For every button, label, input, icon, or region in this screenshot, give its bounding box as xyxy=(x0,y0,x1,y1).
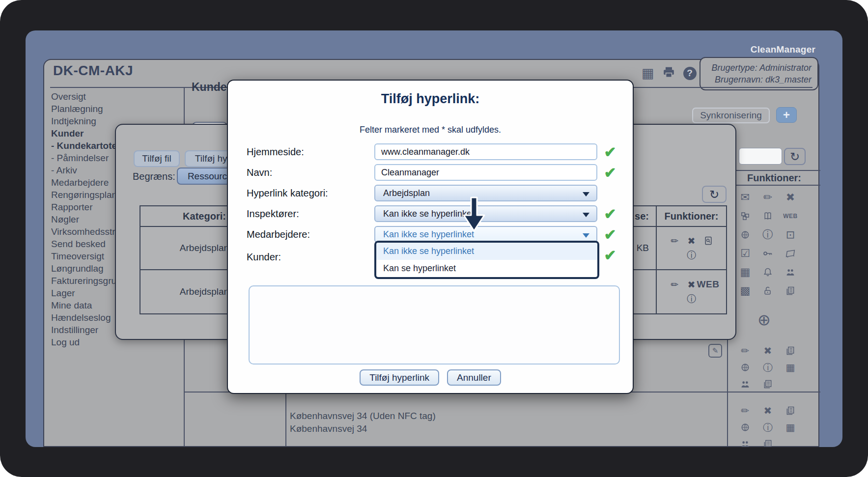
refresh-icon[interactable]: ↻ xyxy=(784,148,806,165)
valid-check-icon: ✔ xyxy=(601,205,619,222)
funktioner-cell: ✏✖ⓘ xyxy=(657,227,726,269)
sidebar-item[interactable]: Oversigt xyxy=(51,90,183,103)
marker-icon[interactable]: ✏ xyxy=(756,189,779,206)
documents-icon[interactable] xyxy=(756,436,779,447)
documents-icon[interactable] xyxy=(779,282,802,300)
blueprint-icon[interactable] xyxy=(779,245,802,262)
field-label-hjemmeside: Hjemmeside: xyxy=(247,143,304,160)
users-icon[interactable] xyxy=(734,436,756,447)
edit-box-icon[interactable]: ✎ xyxy=(708,344,722,358)
sync-button[interactable]: Synkronisering xyxy=(692,108,770,123)
chevron-down-icon xyxy=(583,233,589,238)
field-label-medarbejdere: Medarbejdere: xyxy=(247,226,310,243)
dropdown-option[interactable]: Kan se hyperlinket xyxy=(376,260,597,277)
info-icon[interactable]: ⓘ xyxy=(756,420,779,435)
clipboard-check-icon[interactable]: ☑ xyxy=(734,245,756,262)
user-name: Brugernavn: dk3_master xyxy=(706,74,812,85)
delete-icon[interactable]: ✖ xyxy=(756,403,779,419)
cubes-icon[interactable] xyxy=(734,207,756,225)
add-file-button[interactable]: Tilføj fil xyxy=(134,150,180,167)
address-line-1: Københavnsvej 34 (Uden NFC tag) xyxy=(290,410,436,422)
plus-circle-icon[interactable]: ⊕ xyxy=(757,310,771,329)
info-icon[interactable]: ⓘ xyxy=(756,226,779,244)
documents-icon[interactable] xyxy=(779,343,802,359)
unlock-icon[interactable] xyxy=(756,282,779,300)
web-icon[interactable]: WEB xyxy=(700,278,717,291)
marker-icon[interactable]: ✏ xyxy=(667,234,683,248)
cursor-arrow-icon xyxy=(462,196,486,232)
grid-icon[interactable]: ▦ xyxy=(734,263,756,281)
field-label-inspektorer: Inspektører: xyxy=(247,205,299,222)
funktioner-column-divider xyxy=(727,340,728,446)
add-button[interactable]: + xyxy=(776,107,797,123)
dropdown-option-selected[interactable]: Kan ikke se hyperlinket xyxy=(376,243,597,260)
medarbejdere-dropdown-list: Kan ikke se hyperlinket Kan se hyperlink… xyxy=(374,241,599,279)
valid-check-icon: ✔ xyxy=(601,226,619,243)
funktioner-column-header: Funktioner: xyxy=(728,170,820,186)
column-header-funktioner: Funktioner: xyxy=(657,206,726,226)
page-background: CleanManager DK-CM-AKJ ▦ ? Brugertype: A… xyxy=(26,30,842,447)
app-frame: CleanManager DK-CM-AKJ ▦ ? Brugertype: A… xyxy=(0,0,868,477)
users-icon[interactable] xyxy=(779,263,802,281)
edit-square-icon[interactable]: ⊡ xyxy=(779,226,802,244)
row-function-icons: ✏✖ⓘ▦ xyxy=(734,403,802,447)
valid-check-icon: ✔ xyxy=(601,143,619,160)
doc-search-icon[interactable] xyxy=(700,234,717,248)
key-icon[interactable] xyxy=(756,245,779,262)
field-label-navn: Navn: xyxy=(247,164,272,181)
info-icon[interactable]: ⓘ xyxy=(683,292,700,306)
list-search-input[interactable] xyxy=(739,148,782,165)
comment-textarea[interactable] xyxy=(249,285,620,365)
refresh-icon[interactable]: ↻ xyxy=(702,186,727,203)
marker-icon[interactable]: ✏ xyxy=(734,343,756,359)
sidebar-item[interactable]: Planlægning xyxy=(51,103,183,115)
field-label-kunder: Kunder: xyxy=(247,249,281,265)
modal-button-row: Tilføj hyperlink Annuller xyxy=(228,369,633,386)
bell-icon[interactable] xyxy=(756,263,779,281)
globe-icon[interactable] xyxy=(734,226,756,244)
modal-title: Tilføj hyperlink: xyxy=(228,91,633,107)
web-icon[interactable]: WEB xyxy=(779,207,802,225)
help-icon[interactable]: ? xyxy=(683,67,697,80)
marker-icon[interactable]: ✏ xyxy=(667,278,683,291)
submit-button[interactable]: Tilføj hyperlink xyxy=(360,369,439,386)
marker-icon[interactable]: ✏ xyxy=(734,403,756,419)
navn-input[interactable]: Cleanmanager xyxy=(374,164,597,181)
page-title: Kunde xyxy=(192,81,227,94)
workspace-title: DK-CM-AKJ xyxy=(53,63,133,79)
globe-icon[interactable] xyxy=(734,420,756,435)
delete-icon[interactable]: ✖ xyxy=(779,189,802,206)
hjemmeside-input[interactable]: www.cleanmanager.dk xyxy=(374,143,597,160)
grid-icon[interactable]: ▦ xyxy=(779,360,802,375)
user-type: Brugertype: Administrator xyxy=(706,62,812,74)
info-icon[interactable]: ⓘ xyxy=(683,249,700,262)
brand-logo: CleanManager xyxy=(751,44,815,55)
grid-icon[interactable]: ▦ xyxy=(779,420,802,435)
delete-icon[interactable]: ✖ xyxy=(683,234,700,248)
user-info-box: Brugertype: Administrator Brugernavn: dk… xyxy=(700,57,818,90)
qr-icon[interactable]: ▩ xyxy=(734,282,756,300)
printer-icon[interactable] xyxy=(662,66,675,81)
book-icon[interactable] xyxy=(756,207,779,225)
valid-check-icon: ✔ xyxy=(601,164,619,181)
globe-icon[interactable] xyxy=(734,360,756,375)
documents-icon[interactable] xyxy=(756,376,779,392)
users-icon[interactable] xyxy=(734,376,756,392)
documents-icon[interactable] xyxy=(779,403,802,419)
function-icon-grid: ✉✏✖WEBⓘ⊡☑▦▩ xyxy=(734,189,802,300)
chevron-down-icon xyxy=(583,192,589,196)
info-icon[interactable]: ⓘ xyxy=(756,360,779,375)
address-line-2: Københavnsvej 34 xyxy=(290,422,436,435)
delete-icon[interactable]: ✖ xyxy=(756,343,779,359)
cancel-button[interactable]: Annuller xyxy=(447,369,501,386)
limit-label: Begræns: xyxy=(133,171,175,182)
envelope-icon[interactable]: ✉ xyxy=(734,189,756,206)
funktioner-cell: ✏✖WEBⓘ xyxy=(657,270,726,313)
valid-check-icon: ✔ xyxy=(601,247,619,263)
main-window: DK-CM-AKJ ▦ ? Brugertype: Administrator … xyxy=(43,59,819,447)
row-function-icons: ✏✖ⓘ▦ xyxy=(734,343,802,392)
chevron-down-icon xyxy=(583,213,589,217)
field-label-kategori: Hyperlink kategori: xyxy=(247,185,328,201)
customer-address-cell: Københavnsvej 34 (Uden NFC tag) Københav… xyxy=(290,410,436,435)
table-view-icon[interactable]: ▦ xyxy=(642,66,654,80)
